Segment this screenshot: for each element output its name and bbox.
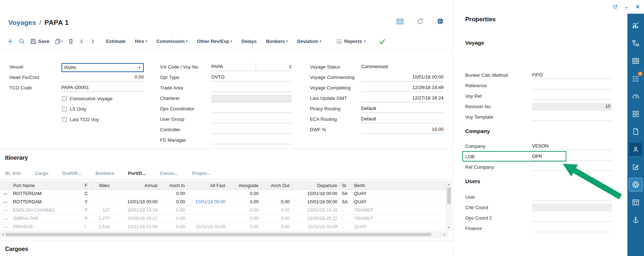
voyage-completing-input[interactable]: 12/29/18 14:49 bbox=[361, 84, 444, 92]
toolbar-item-other-rev-exp[interactable]: Other Rev/Exp▾ bbox=[197, 39, 232, 44]
voy-no-input[interactable]: 1 bbox=[256, 63, 291, 71]
itinerary-row[interactable]: •••GIBRALTARP1,27710/05/18 20:220.000.00… bbox=[0, 215, 446, 223]
minimize-button[interactable] bbox=[623, 4, 629, 9]
popout-button[interactable] bbox=[612, 4, 618, 9]
charterer-input[interactable] bbox=[211, 94, 291, 102]
itinerary-horizontal-scrollbar[interactable]: ◄ ► bbox=[0, 232, 448, 237]
field-value[interactable] bbox=[532, 193, 612, 201]
tab-draft-r-[interactable]: Draft/R... bbox=[62, 171, 82, 176]
vessel-select[interactable]: PAPA▼ bbox=[61, 63, 144, 72]
vsl-code-input[interactable]: PAPA bbox=[211, 63, 256, 71]
delete-button[interactable] bbox=[68, 38, 74, 44]
field-value[interactable]: FIFO bbox=[532, 71, 612, 79]
tab-proper-[interactable]: Proper... bbox=[192, 171, 211, 176]
piracy-routing-input[interactable]: Default bbox=[361, 105, 444, 113]
checkbox-box[interactable] bbox=[62, 117, 67, 122]
itinerary-vertical-scrollbar[interactable]: ▲ ▼ bbox=[446, 182, 451, 231]
breadcrumb-voyages-link[interactable]: Voyages bbox=[8, 19, 36, 27]
itinerary-row[interactable]: •••ENGLISH CHANNELP13710/01/18 10:160.00… bbox=[0, 206, 446, 215]
checkbox-box[interactable] bbox=[62, 96, 67, 101]
scroll-right-arrow[interactable]: ► bbox=[442, 232, 447, 237]
sidebar-item-edit[interactable] bbox=[627, 158, 644, 176]
sidebar-item-analytics[interactable] bbox=[627, 17, 644, 34]
column-header-port-name[interactable]: Port Name bbox=[11, 182, 82, 190]
field-value[interactable] bbox=[532, 163, 612, 171]
itinerary-row[interactable]: •••ROTTERDAMY10/01/18 00:000.0010/01/18 … bbox=[0, 198, 446, 206]
column-header-all-fast[interactable]: All Fast bbox=[187, 182, 228, 190]
toolbar-item-commission[interactable]: Commission▾ bbox=[156, 39, 187, 44]
field-value[interactable]: OPR bbox=[532, 153, 612, 160]
grid-table-button[interactable] bbox=[396, 17, 404, 25]
toolbar-item-estimate[interactable]: Estimate bbox=[106, 39, 125, 44]
tco-code-input[interactable]: PAPA-O0001 bbox=[61, 84, 144, 92]
row-menu-button[interactable]: ••• bbox=[0, 190, 11, 198]
next-button[interactable] bbox=[90, 39, 95, 44]
scroll-up-arrow[interactable]: ▲ bbox=[446, 182, 451, 187]
cell-departure[interactable]: 10/11/18 02:09 bbox=[292, 223, 340, 231]
voyage-commencing-input[interactable]: 10/01/18 00:00 bbox=[361, 74, 444, 81]
save-button[interactable]: Save bbox=[30, 39, 49, 44]
horizontal-scroll-thumb[interactable] bbox=[6, 233, 431, 236]
sidebar-item-workflow[interactable] bbox=[627, 34, 644, 52]
sidebar-item-tasks[interactable]: 3 bbox=[627, 70, 644, 87]
field-value[interactable] bbox=[532, 214, 612, 222]
column-header-anch-out[interactable]: Anch Out bbox=[261, 182, 292, 190]
column-header-departure[interactable]: Departure bbox=[292, 182, 340, 190]
controller-input[interactable] bbox=[211, 126, 291, 134]
tab-cargo[interactable]: Cargo bbox=[35, 171, 49, 176]
tab-bunkers[interactable]: Bunkers bbox=[95, 171, 114, 176]
opr-type-input[interactable]: OVTO bbox=[211, 74, 291, 81]
sidebar-item-document[interactable] bbox=[627, 123, 644, 140]
ops-coordinator-input[interactable] bbox=[211, 105, 291, 113]
sidebar-item-modules[interactable] bbox=[627, 105, 644, 123]
toolbar-item-deviation[interactable]: Deviation▾ bbox=[297, 39, 321, 44]
field-value[interactable] bbox=[532, 82, 612, 89]
column-header-anch-in[interactable]: Anch In bbox=[160, 182, 187, 190]
field-value[interactable]: VESON bbox=[532, 142, 612, 150]
validate-button[interactable] bbox=[379, 38, 386, 45]
row-menu-button[interactable]: ••• bbox=[0, 206, 11, 215]
field-value[interactable] bbox=[532, 92, 612, 100]
sidebar-item-port[interactable] bbox=[627, 211, 644, 229]
itinerary-row[interactable]: •••ROTTERDAMC0.000.0010/01/18 00:00SAQUA… bbox=[0, 190, 446, 198]
toolbar-item-delays[interactable]: Delays bbox=[242, 39, 257, 44]
sidebar-item-gauge[interactable] bbox=[627, 87, 644, 105]
field-value[interactable] bbox=[532, 113, 612, 121]
tab-bl-info[interactable]: BL Info bbox=[5, 171, 21, 176]
toolbar-item-bunkers[interactable]: Bunkers▾ bbox=[266, 39, 288, 44]
tab-port-d-[interactable]: Port/D... bbox=[128, 171, 146, 176]
dwf-input[interactable]: 10.00 bbox=[361, 126, 444, 134]
column-header-berth[interactable]: Berth bbox=[352, 182, 391, 190]
trade-area-input[interactable] bbox=[211, 84, 291, 92]
copy-button[interactable]: ▾ bbox=[55, 38, 62, 44]
search-button[interactable] bbox=[19, 38, 25, 44]
cell-all_fast[interactable]: 10/01/18 00:00 bbox=[187, 198, 228, 206]
user-group-input[interactable] bbox=[211, 115, 291, 123]
head-fix-cost-input[interactable]: 0.00 bbox=[61, 74, 144, 81]
close-button[interactable] bbox=[635, 4, 640, 9]
cell-all_fast[interactable]: 10/11/18 02:09 bbox=[187, 223, 228, 231]
checkbox-box[interactable] bbox=[62, 107, 67, 111]
fd-manager-input[interactable] bbox=[211, 136, 291, 144]
field-value[interactable] bbox=[532, 225, 612, 232]
tab-consu-[interactable]: Consu... bbox=[160, 171, 178, 176]
scroll-down-arrow[interactable]: ▼ bbox=[446, 225, 451, 230]
column-header-alongside[interactable]: Alongside bbox=[228, 182, 261, 190]
eca-routing-input[interactable]: Default bbox=[361, 115, 444, 123]
add-button[interactable] bbox=[7, 38, 13, 44]
scroll-left-arrow[interactable]: ◄ bbox=[0, 232, 5, 237]
toolbar-item-hire[interactable]: Hire▾ bbox=[135, 39, 147, 44]
reports-button[interactable]: Reports ▾ bbox=[336, 39, 366, 44]
row-menu-button[interactable]: ••• bbox=[0, 198, 11, 206]
globe-button[interactable] bbox=[436, 17, 444, 25]
sync-button[interactable] bbox=[416, 17, 424, 25]
prev-button[interactable] bbox=[79, 39, 85, 44]
vertical-scroll-thumb[interactable] bbox=[447, 187, 451, 204]
sidebar-item-contacts[interactable] bbox=[627, 140, 644, 158]
column-header-miles[interactable]: Miles bbox=[91, 182, 112, 190]
sidebar-item-schedule[interactable] bbox=[627, 193, 644, 211]
sidebar-item-settings[interactable] bbox=[627, 176, 644, 193]
column-header-f[interactable]: F bbox=[82, 182, 91, 190]
row-menu-button[interactable]: ••• bbox=[0, 223, 11, 231]
row-menu-button[interactable]: ••• bbox=[0, 215, 11, 223]
